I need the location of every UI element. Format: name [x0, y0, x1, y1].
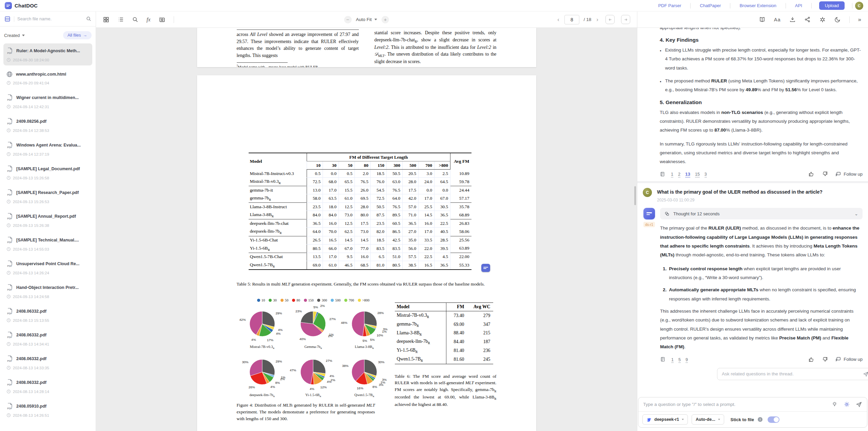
- citation-page-link[interactable]: 5: [678, 357, 681, 363]
- upload-button[interactable]: Upload: [819, 1, 845, 10]
- list-item[interactable]: PDFHand-Object Interaction Pretr...2024-…: [3, 280, 92, 302]
- follow-up-button[interactable]: Follow up: [835, 171, 863, 177]
- citation-page-link[interactable]: 3: [705, 172, 707, 177]
- bullet-icon: ●: [660, 49, 661, 73]
- pdf-viewport[interactable]: across All Level showed an average impro…: [96, 28, 637, 431]
- file-date-text: 2024-09-13 14:55:03: [13, 247, 49, 251]
- previous-page-button[interactable]: ‹: [557, 16, 560, 23]
- list-item[interactable]: www.anthropic.com.html2024-09-20 09:41:0…: [3, 67, 92, 89]
- auto-detect-select[interactable]: Auto-de...: [692, 414, 724, 425]
- font-size-icon[interactable]: Aa: [774, 17, 781, 22]
- download-icon[interactable]: [789, 16, 796, 23]
- history-forward-button[interactable]: [621, 15, 630, 24]
- model-select[interactable]: deepseek-r1: [642, 414, 688, 425]
- list-item[interactable]: PDFRuler: A Model-Agnostic Meth...2024-0…: [3, 43, 92, 65]
- clock-icon: [6, 176, 11, 180]
- table-row: Yi-1.5-6BR80.566.067.077.083.583.556.022…: [249, 244, 471, 253]
- share-icon[interactable]: [804, 16, 811, 23]
- question-input[interactable]: [643, 402, 826, 407]
- pdf-file-icon: PDF: [6, 94, 13, 101]
- list-item[interactable]: PDF2408.06332.pdf2024-08-13 14:28:14: [3, 375, 92, 397]
- citation-page-link[interactable]: 2: [678, 172, 680, 177]
- list-item[interactable]: PDFUnsupervised Point Cloud Re...2024-09…: [3, 256, 92, 278]
- search-input[interactable]: [17, 16, 83, 21]
- history-back-button[interactable]: [605, 15, 615, 24]
- citation-page-link[interactable]: 1: [671, 172, 673, 177]
- chatdoc-app: ChatDOC PDF Parser ChatPaper Browser Ext…: [0, 0, 868, 431]
- list-item[interactable]: PDFWindows Agent Arena: Evalua...2024-09…: [3, 138, 92, 160]
- citation-page-link[interactable]: 13: [685, 172, 690, 177]
- list-item[interactable]: PDFWigner current in multidimen...2024-0…: [3, 90, 92, 112]
- sort-created-dropdown[interactable]: Created: [4, 33, 25, 38]
- thumbs-up-icon[interactable]: [808, 356, 814, 363]
- list-item[interactable]: PDF2408.06332.pdf2024-08-13 14:34:41: [3, 328, 92, 350]
- file-date-text: 2024-09-14 12:37:19: [13, 152, 49, 156]
- cited-pages-icon: [660, 356, 666, 362]
- pie-chart: 28%3%1%10%5%5%48%Llama-3-8BR: [339, 303, 390, 350]
- list-item[interactable]: PDF2408.05910.pdf2024-08-13 14:26:51: [3, 399, 92, 421]
- reading-mode-icon[interactable]: [759, 16, 766, 23]
- formula-icon[interactable]: fx: [147, 17, 151, 23]
- table-row: Yi-1.5-6B-Chat26.516.514.514.518.542.535…: [249, 236, 471, 244]
- archive-icon[interactable]: [4, 16, 11, 22]
- quick-chat-bubble-icon[interactable]: [481, 264, 490, 272]
- thumbnails-icon[interactable]: [103, 16, 109, 23]
- file-title: 2408.05910.pdf: [16, 404, 90, 409]
- dark-mode-icon[interactable]: [834, 16, 841, 23]
- pdf-scrollbar-thumb[interactable]: [634, 186, 636, 205]
- file-date-text: 2024-09-13 14:24:58: [13, 295, 49, 299]
- nav-browser-extension[interactable]: Browser Extension: [730, 3, 785, 8]
- list-item[interactable]: PDF[SAMPLE] Research_Paper.pdf2024-09-13…: [3, 185, 92, 207]
- all-files-button[interactable]: All files →: [63, 31, 92, 39]
- file-date-text: 2024-09-14 12:38:53: [13, 129, 49, 133]
- page7-left-column: across All Level showed an average impro…: [237, 30, 359, 67]
- file-title: 2409.08256.pdf: [16, 119, 90, 124]
- list-item[interactable]: PDF2408.06332.pdf2024-08-13 15:13:55: [3, 304, 92, 326]
- citation-page-link[interactable]: 15: [695, 172, 700, 177]
- stick-to-file-toggle[interactable]: [768, 416, 779, 423]
- thought-toggle[interactable]: Thought for 12 seconds ⌄: [660, 208, 863, 219]
- chatdoc-logo[interactable]: ChatDOC: [5, 2, 38, 9]
- page-number-input[interactable]: [564, 15, 579, 24]
- list-item[interactable]: PDF[SAMPLE] Technical_Manual....2024-09-…: [3, 233, 92, 255]
- chat-thread[interactable]: appropriate lengths when not specified).…: [637, 28, 868, 393]
- outline-icon[interactable]: [117, 16, 124, 23]
- file-sidebar: Created All files → PDFRuler: A Model-Ag…: [0, 12, 96, 431]
- user-avatar[interactable]: C: [855, 2, 863, 10]
- citation-page-link[interactable]: 9: [686, 357, 688, 363]
- thread-reply-input[interactable]: [722, 371, 863, 376]
- gpt-icon[interactable]: [819, 16, 826, 23]
- search-icon[interactable]: [86, 16, 92, 22]
- thumbs-down-icon[interactable]: [822, 356, 828, 363]
- next-page-button[interactable]: ›: [596, 16, 599, 23]
- list-item[interactable]: PDF[SAMPLE] Legal_Document.pdf2024-09-13…: [3, 161, 92, 183]
- follow-up-button[interactable]: Follow up: [835, 356, 863, 362]
- thinking-icon: [664, 211, 670, 216]
- send-icon[interactable]: [863, 371, 868, 377]
- svg-text:PDF: PDF: [7, 359, 12, 363]
- table-row: deepseek-llm-7b-chat36.516.012.517.523.5…: [249, 219, 471, 228]
- thumbs-up-icon[interactable]: [808, 171, 814, 177]
- list-item[interactable]: PDF[SAMPLE] Annual_Report.pdf2024-09-13 …: [3, 209, 92, 231]
- nav-pdf-parser[interactable]: PDF Parser: [649, 3, 690, 8]
- svg-text:26%: 26%: [249, 385, 255, 389]
- send-icon[interactable]: [856, 401, 862, 408]
- divider: [14, 16, 14, 22]
- zoom-in-button[interactable]: +: [382, 16, 389, 23]
- thread-reply-box[interactable]: [717, 368, 868, 380]
- list-item[interactable]: PDF2409.08256.pdf2024-09-14 12:38:53: [3, 114, 92, 136]
- zoom-out-button[interactable]: −: [344, 16, 351, 23]
- list-item[interactable]: PDF2408.06332.pdf2024-08-13 14:33:35: [3, 351, 92, 373]
- info-icon[interactable]: i: [758, 417, 763, 422]
- prompt-ideas-icon[interactable]: [831, 401, 838, 408]
- screenshot-icon[interactable]: [159, 16, 166, 23]
- citation-page-link[interactable]: 1: [671, 357, 674, 363]
- search-document-icon[interactable]: [132, 16, 138, 23]
- file-date: 2024-08-13 14:34:41: [6, 342, 90, 346]
- nav-api[interactable]: API: [786, 3, 811, 8]
- chat-settings-icon[interactable]: [844, 401, 850, 408]
- collapse-panel-icon[interactable]: »: [858, 16, 861, 23]
- nav-chatpaper[interactable]: ChatPaper: [691, 3, 730, 8]
- zoom-level-dropdown[interactable]: Auto Fit: [356, 17, 377, 22]
- thumbs-down-icon[interactable]: [822, 171, 828, 177]
